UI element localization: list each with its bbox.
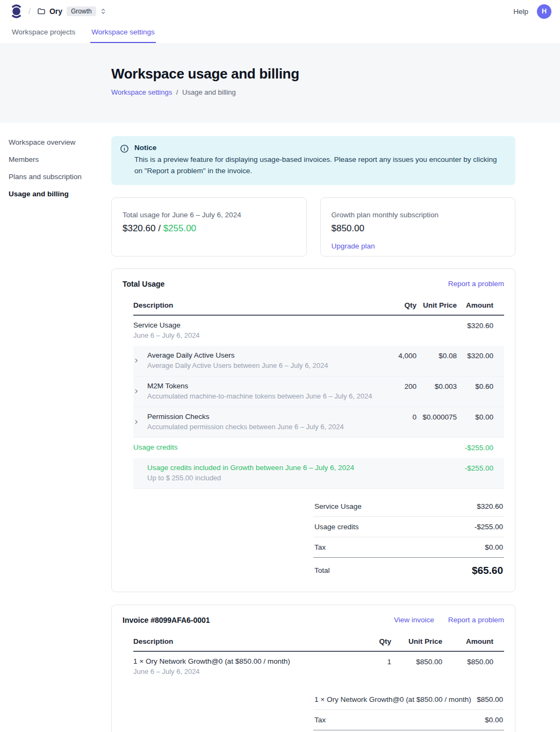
sidebar-item-usage-and-billing[interactable]: Usage and billing [9,188,111,200]
ory-logo[interactable] [11,4,22,19]
subscription-card: Growth plan monthly subscription $850.00… [320,197,516,257]
workspace-tabs: Workspace projects Workspace settings [0,23,560,43]
row-text: Usage credits [133,443,178,451]
breadcrumb-workspace-settings-link[interactable]: Workspace settings [111,88,172,96]
invoice-links: View invoice Report a problem [394,616,504,624]
view-invoice-link[interactable]: View invoice [394,616,434,624]
row-description: Usage credits [133,443,374,451]
help-link[interactable]: Help [513,8,528,16]
row-subtext: Accumulated machine-to-machine tokens be… [147,392,372,400]
hero: Workspace usage and billing Workspace se… [0,43,560,123]
usage-amount: $320.60 [123,223,155,233]
table-row-usage-credits-included: Usage credits included in Growth between… [133,458,504,489]
row-amount: $0.60 [457,382,504,390]
summary-amount: $850.00 [477,695,503,703]
row-text: Average Daily Active Users Average Daily… [147,351,328,369]
upgrade-plan-link[interactable]: Upgrade plan [332,242,375,250]
row-name: Service Usage [133,321,200,329]
row-qty: 4,000 [374,351,417,360]
ory-logo-icon [11,4,22,19]
notice-title: Notice [134,144,505,152]
invoice-table: Description Qty Unit Price Amount 1 × Or… [133,633,504,732]
summary-row-subscription: 1 × Ory Network Growth@0 (at $850.00 / m… [313,690,504,710]
tab-workspace-projects[interactable]: Workspace projects [11,23,76,43]
column-amount: Amount [442,637,504,645]
info-icon [120,144,129,177]
chevron-right-icon [133,419,139,425]
breadcrumb: Workspace settings / Usage and billing [111,88,560,96]
sidebar-item-workspace-overview[interactable]: Workspace overview [9,136,111,148]
folder-icon [37,7,46,16]
usage-credit-amount: $255.00 [163,223,196,233]
row-text: Permission Checks Accumulated permission… [147,413,344,431]
table-row-growth-subscription: 1 × Ory Network Growth@0 (at $850.00 / m… [133,652,504,682]
summary-row-tax: Tax $0.00 [313,710,504,730]
tab-workspace-settings[interactable]: Workspace settings [90,23,156,43]
usage-table: Description Qty Unit Price Amount Servic… [133,297,504,578]
topbar-left: / Ory Growth [11,4,107,19]
total-usage-value: $320.60 / $255.00 [123,223,296,234]
table-row-usage-credits: Usage credits -$255.00 [133,438,504,458]
row-unit-price [417,321,457,322]
column-description: Description [133,301,374,309]
usage-card-header: Total Usage Report a problem [123,280,504,288]
subscription-label: Growth plan monthly subscription [332,211,505,219]
expand-row-button[interactable] [133,382,147,400]
workspace-name: Ory [49,7,62,16]
workspace-switcher[interactable]: Ory Growth [37,6,107,16]
column-amount: Amount [457,301,504,309]
total-label: Total [314,566,330,574]
expand-row-button[interactable] [133,413,147,431]
expand-row-button[interactable] [133,351,147,369]
row-name: Usage credits [133,443,178,451]
row-amount: $320.00 [457,351,504,360]
invoice-title: Invoice #8099AFA6-0001 [123,616,210,624]
breadcrumb-separator: / [176,88,178,96]
invoice-card: Invoice #8099AFA6-0001 View invoice Repo… [111,605,515,732]
plan-badge: Growth [67,6,96,16]
row-unit-price: $0.003 [417,382,457,390]
sidebar-item-plans-and-subscription[interactable]: Plans and subscription [9,170,111,183]
row-text: M2M Tokens Accumulated machine-to-machin… [147,382,372,400]
subscription-value: $850.00 [332,223,505,234]
row-subtext: Up to $ 255.00 included [147,474,354,482]
row-amount: -$255.00 [457,464,504,472]
notice-banner: Notice This is a preview feature for dis… [111,136,515,185]
row-amount: -$255.00 [457,443,504,452]
chevron-right-icon [133,358,139,364]
summary-row-service-usage: Service Usage $320.60 [313,496,504,517]
sidebar-item-members[interactable]: Members [9,153,111,166]
avatar[interactable]: H [537,4,551,19]
table-row-m2m-tokens: M2M Tokens Accumulated machine-to-machin… [133,376,504,407]
invoice-table-header: Description Qty Unit Price Amount [133,633,504,652]
row-subtext: Accumulated permission checks between Ju… [147,423,344,431]
table-row-permission-checks: Permission Checks Accumulated permission… [133,407,504,438]
total-usage-card: Total usage for June 6 – July 6, 2024 $3… [111,197,307,257]
invoice-card-header: Invoice #8099AFA6-0001 View invoice Repo… [123,616,504,624]
summary-amount: $0.00 [485,716,503,724]
topbar-right: Help H [513,4,551,19]
row-description: Permission Checks Accumulated permission… [133,413,374,431]
row-subtext: Average Daily Active Users between June … [147,361,328,369]
row-unit-price: $0.08 [417,351,457,360]
row-description: 1 × Ory Network Growth@0 (at $850.00 / m… [133,657,359,676]
row-text: 1 × Ory Network Growth@0 (at $850.00 / m… [133,657,290,676]
row-unit-price [417,464,457,464]
notice-content: Notice This is a preview feature for dis… [134,144,505,177]
row-text: Usage credits included in Growth between… [147,464,354,482]
breadcrumb-separator: / [28,7,31,16]
row-description: Average Daily Active Users Average Daily… [133,351,374,369]
report-a-problem-link[interactable]: Report a problem [448,280,504,288]
breadcrumb-current: Usage and billing [182,88,236,96]
chevron-right-icon [133,388,139,394]
table-row-service-usage: Service Usage June 6 – July 6, 2024 $320… [133,316,504,346]
content-column: Notice This is a preview feature for dis… [111,136,515,732]
usage-card-title: Total Usage [123,280,164,288]
total-amount: $65.60 [472,565,503,577]
row-description: Usage credits included in Growth between… [133,464,374,482]
row-qty: 200 [374,382,417,390]
row-unit-price [417,443,457,444]
column-unit-price: Unit Price [391,637,442,645]
report-a-problem-link[interactable]: Report a problem [448,616,504,624]
summary-label: Service Usage [314,502,362,510]
